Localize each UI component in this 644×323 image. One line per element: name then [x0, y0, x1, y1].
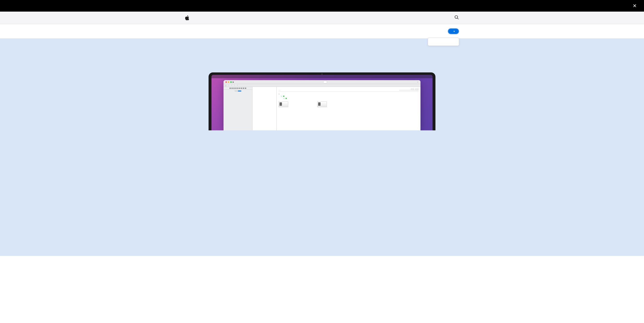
project-tree [224, 92, 252, 93]
local-nav: ▾ [0, 24, 644, 38]
chevron-down-icon: ▾ [454, 30, 455, 32]
download-menu [428, 38, 459, 46]
apple-icon [185, 15, 189, 20]
device-row: ▽ [278, 97, 418, 100]
build-column [252, 87, 276, 130]
test-case-row: ▽ [278, 95, 418, 97]
macos-menubar [212, 75, 432, 78]
test-filter-tabs [278, 90, 418, 92]
close-window-icon [226, 81, 227, 83]
thumb-2 [317, 102, 327, 107]
main-content: ▽ ▽ ▽ [276, 87, 420, 130]
local-nav-links: ▾ [421, 28, 459, 34]
navigator-tabs [224, 87, 252, 90]
tab-all [278, 90, 280, 90]
search-icon[interactable] [454, 15, 459, 21]
svg-line-1 [458, 18, 458, 19]
workflow-summary-row: ▽ [278, 93, 418, 95]
seg-cloud [238, 90, 242, 92]
local-cloud-segment [224, 90, 252, 92]
laptop-screen: ▶ ＋ ◻ 〉 [212, 75, 432, 130]
hero-section: ▶ ＋ ◻ 〉 [0, 38, 644, 256]
attachment-thumbs [278, 102, 418, 107]
global-nav [0, 12, 644, 24]
filter-field [399, 90, 418, 91]
traffic-lights [226, 81, 232, 83]
download-button[interactable]: ▾ [448, 28, 459, 34]
language-banner: ✕ [0, 0, 644, 12]
download-menu-item-stable[interactable] [428, 42, 459, 46]
scheme-selector [323, 81, 327, 83]
apple-developer-logo[interactable] [185, 15, 191, 20]
download-menu-item-beta[interactable] [428, 38, 459, 42]
xcode-window: ▶ ＋ ◻ 〉 [224, 80, 420, 130]
toolbar-breadcrumb: ◻ 〉 〉 〉 〉 [224, 84, 420, 87]
thumb-1 [278, 102, 288, 107]
svg-point-0 [455, 16, 458, 18]
nav-back-icon: ◻ [225, 84, 226, 86]
close-icon[interactable]: ✕ [633, 3, 637, 9]
zoom-window-icon [230, 81, 232, 83]
minimize-window-icon [228, 81, 229, 83]
window-titlebar: ▶ ＋ [224, 80, 420, 84]
navigator-column [224, 87, 252, 130]
actions-heading [252, 89, 276, 90]
seg-local [234, 90, 238, 92]
run-icon: ▶ [233, 81, 234, 83]
laptop-mock: ▶ ＋ ◻ 〉 [208, 72, 436, 130]
add-icon: ＋ [417, 81, 418, 83]
